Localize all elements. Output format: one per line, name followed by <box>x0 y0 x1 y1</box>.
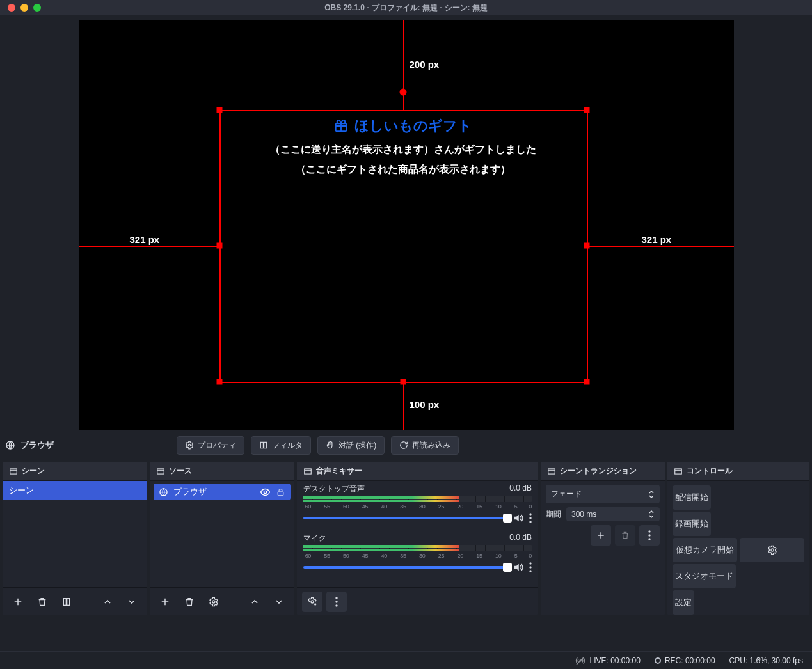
status-rec: REC: 00:00:00 <box>665 656 715 665</box>
status-cpu: CPU: 1.6%, 30.00 fps <box>729 656 803 665</box>
source-item-label: ブラウザ <box>173 486 207 498</box>
svg-rect-8 <box>157 468 164 473</box>
status-bar: LIVE: 00:00:00 REC: 00:00:00 CPU: 1.6%, … <box>0 651 812 669</box>
audio-meter <box>303 496 532 502</box>
controls-title: コントロール <box>687 466 733 476</box>
remove-scene-button[interactable] <box>32 592 52 612</box>
dock-icon <box>303 467 312 476</box>
gear-icon <box>185 441 194 450</box>
transition-selected: フェード <box>551 489 582 500</box>
svg-rect-13 <box>305 468 312 473</box>
remove-source-button[interactable] <box>179 592 200 612</box>
source-up-button[interactable] <box>244 592 265 612</box>
filters-button[interactable]: フィルタ <box>251 436 311 455</box>
dock-icon <box>674 467 683 476</box>
hand-icon <box>326 441 335 450</box>
channel-menu-icon[interactable] <box>529 562 532 572</box>
lock-icon[interactable] <box>276 487 285 497</box>
svg-rect-7 <box>67 598 70 605</box>
transition-select[interactable]: フェード <box>546 485 660 503</box>
properties-label: プロパティ <box>198 440 236 451</box>
speaker-icon[interactable] <box>513 562 524 573</box>
svg-point-30 <box>771 549 774 551</box>
virtual-camera-settings-button[interactable] <box>740 538 804 562</box>
source-down-button[interactable] <box>269 592 289 612</box>
meter-ticks: -60-55-50-45-40-35-30-25-20-15-10-50 <box>303 503 532 510</box>
add-scene-button[interactable] <box>8 592 28 612</box>
gift-line-1: （ここに送り主名が表示されます）さんがギフトしました <box>219 143 587 157</box>
scene-item[interactable]: シーン <box>3 481 147 500</box>
svg-point-20 <box>311 601 314 603</box>
record-indicator-icon <box>655 657 661 664</box>
speaker-icon[interactable] <box>513 512 524 524</box>
mixer-advanced-button[interactable] <box>302 592 322 612</box>
scene-up-button[interactable] <box>97 592 118 612</box>
add-source-button[interactable] <box>155 592 175 612</box>
duration-input[interactable]: 300 ms <box>566 507 660 521</box>
updown-icon <box>648 490 655 499</box>
svg-point-28 <box>648 538 650 540</box>
svg-point-18 <box>529 566 531 568</box>
start-streaming-button[interactable]: 配信開始 <box>673 485 711 510</box>
settings-button[interactable]: 設定 <box>673 590 694 615</box>
svg-point-14 <box>529 513 531 515</box>
studio-mode-button[interactable]: スタジオモード <box>673 564 736 588</box>
duration-label: 期間 <box>546 509 562 520</box>
audio-meter <box>303 545 532 551</box>
preview-area[interactable]: 200 px 321 px 321 px 100 px ほしいものギフト （ここ… <box>0 15 812 431</box>
start-recording-button[interactable]: 録画開始 <box>673 512 711 536</box>
properties-button[interactable]: プロパティ <box>177 436 244 455</box>
spinner-icon[interactable] <box>648 510 655 519</box>
gift-line-2: （ここにギフトされた商品名が表示されます） <box>219 163 587 177</box>
svg-rect-4 <box>264 442 267 448</box>
dock-icon <box>156 467 165 476</box>
mixer-menu-button[interactable] <box>326 592 347 612</box>
svg-rect-6 <box>63 598 66 605</box>
meter-ticks: -60-55-50-45-40-35-30-25-20-15-10-50 <box>303 553 532 559</box>
svg-point-27 <box>648 534 650 536</box>
audio-mixer-dock: 音声ミキサー デスクトップ音声 0.0 dB -60-55-50-45-40-3… <box>297 462 538 615</box>
transition-menu-button[interactable] <box>639 525 660 546</box>
minimize-window-icon[interactable] <box>20 4 28 12</box>
channel-menu-icon[interactable] <box>529 513 532 523</box>
interact-button[interactable]: 対話 (操作) <box>317 436 385 455</box>
sources-title: ソース <box>169 466 192 476</box>
controls-dock: コントロール 配信開始 録画開始 仮想カメラ開始 スタジオモード 設定 終了 <box>667 462 809 615</box>
svg-rect-3 <box>260 442 263 448</box>
transitions-dock: シーントランジション フェード 期間 300 ms <box>541 462 665 615</box>
svg-point-22 <box>335 597 337 599</box>
scene-down-button[interactable] <box>122 592 142 612</box>
svg-point-16 <box>529 521 531 523</box>
svg-rect-5 <box>10 468 17 473</box>
mixer-title: 音声ミキサー <box>316 466 362 476</box>
status-live: LIVE: 00:00:00 <box>589 656 640 665</box>
filters-icon <box>259 441 268 450</box>
sources-dock: ソース ブラウザ <box>150 462 294 615</box>
svg-point-26 <box>648 530 650 532</box>
guide-label-bottom: 100 px <box>410 399 440 410</box>
volume-slider[interactable] <box>303 566 507 569</box>
gift-heading: ほしいものギフト <box>354 116 472 136</box>
eye-icon[interactable] <box>260 487 271 498</box>
window-title: OBS 29.1.0 - プロファイル: 無題 - シーン: 無題 <box>324 3 488 13</box>
globe-icon <box>159 487 168 497</box>
mixer-channel-db: 0.0 dB <box>509 484 532 494</box>
remove-transition-button[interactable] <box>615 525 635 546</box>
source-properties-button[interactable] <box>203 592 224 612</box>
mixer-channel: デスクトップ音声 0.0 dB -60-55-50-45-40-35-30-25… <box>297 481 538 530</box>
scenes-title: シーン <box>22 466 45 476</box>
interact-label: 対話 (操作) <box>338 440 376 451</box>
svg-rect-11 <box>278 491 283 495</box>
gift-icon <box>334 119 348 133</box>
reload-button[interactable]: 再読み込み <box>391 436 459 455</box>
volume-slider[interactable] <box>303 517 507 519</box>
start-virtual-camera-button[interactable]: 仮想カメラ開始 <box>673 538 737 562</box>
filters-label: フィルタ <box>272 440 303 451</box>
scene-filter-button[interactable] <box>56 592 77 612</box>
globe-icon <box>5 440 15 450</box>
close-window-icon[interactable] <box>8 4 15 12</box>
add-transition-button[interactable] <box>591 525 611 546</box>
source-item[interactable]: ブラウザ <box>154 484 291 500</box>
maximize-window-icon[interactable] <box>33 4 41 12</box>
svg-point-17 <box>529 562 531 564</box>
